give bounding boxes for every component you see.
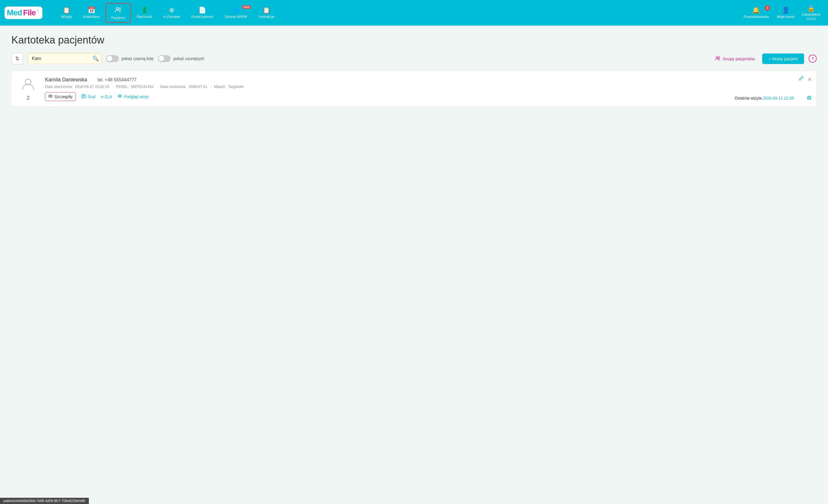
last-visit-date: 2024.09.11 12:45 xyxy=(763,96,794,100)
close-icon: ✕ xyxy=(807,76,812,83)
avatar-count: 2 xyxy=(27,95,30,101)
toolbar: ⇅ 🔍 pokaż czarną listę pokaż usuniętych xyxy=(11,53,817,64)
nav-label-instrukcje: Instrukcje xyxy=(258,14,275,19)
patient-name: Kamila Daniewska xyxy=(45,77,87,83)
punkt-pobran-icon: 📄 xyxy=(199,7,206,13)
nav-item-powiadomienia[interactable]: 1 🔔 Powiadomienia xyxy=(740,5,773,21)
nav-label-strona-www: Strona WWW xyxy=(225,14,247,19)
pesel-value: 98070131452 xyxy=(131,85,154,89)
city-label: Miasto: xyxy=(214,85,226,89)
toggle-black-list-label: pokaż czarną listę xyxy=(122,56,154,61)
new-badge: NEW xyxy=(242,5,251,9)
nav-item-zabezpiecz[interactable]: 🔒 Zabezpiecz 119:43 xyxy=(799,3,823,23)
details-eye-icon xyxy=(48,94,53,99)
nav-item-kalendarz[interactable]: 📅 Kalendarz xyxy=(77,4,106,21)
main-content: Kartoteka pacjentów ⇅ 🔍 pokaż czarną lis… xyxy=(0,26,828,115)
nav-item-rachunki[interactable]: 💲 Rachunki xyxy=(131,4,158,21)
e-zla-button[interactable]: e-ZLA xyxy=(101,94,112,99)
nav-items: 📋 Wizyty 📅 Kalendarz Pacjenci 💲 Rachunki xyxy=(55,3,740,23)
search-wrapper: 🔍 xyxy=(28,53,101,64)
svg-rect-12 xyxy=(808,98,810,99)
nav-item-instrukcje[interactable]: 📋 Instrukcje xyxy=(253,4,280,21)
scal-icon xyxy=(81,94,86,99)
birth-value: 1998-07-01 xyxy=(189,85,208,89)
new-patient-label: + Nowy pacjent xyxy=(769,56,798,61)
separator: · xyxy=(92,77,93,83)
city-value: Targówek xyxy=(228,85,244,89)
new-patient-button[interactable]: + Nowy pacjent xyxy=(762,53,804,64)
details-button-label: Szczegóły xyxy=(54,94,73,99)
toggle-black-list[interactable] xyxy=(106,55,119,62)
search-icon-button[interactable]: 🔍 xyxy=(92,55,99,62)
podglad-eye-icon xyxy=(118,94,122,99)
strona-www-icon: 🌐 xyxy=(232,7,240,13)
patient-info: Kamila Daniewska · tel. +48 555444777 Da… xyxy=(45,77,810,101)
kalendarz-icon: 📅 xyxy=(88,7,95,13)
nav-item-strona-www[interactable]: NEW 🌐 Strona WWW xyxy=(219,4,253,21)
nav-label-e-zdrowie: e-Zdrowie xyxy=(163,14,180,19)
nav-label-powiadomienia: Powiadomienia xyxy=(744,14,769,19)
question-icon: ? xyxy=(812,56,814,61)
secure-time: 119:43 xyxy=(806,17,816,20)
sort-button[interactable]: ⇅ xyxy=(11,53,23,64)
patient-avatar: 2 xyxy=(18,77,38,101)
meta-dot-1: · xyxy=(113,85,114,89)
patient-phone: tel. +48 555444777 xyxy=(98,77,137,83)
last-visit: Ostatnia wizyta 2024.09.11 12:45 xyxy=(735,96,794,100)
nav-label-rachunki: Rachunki xyxy=(137,14,152,19)
nav-label-pacjenci: Pacjenci xyxy=(111,16,125,20)
svg-point-13 xyxy=(808,98,809,98)
logo-reg: ® xyxy=(37,9,39,12)
scal-button[interactable]: Scal xyxy=(81,94,95,99)
e-zla-button-label: e-ZLA xyxy=(101,94,112,99)
groups-icon xyxy=(715,55,720,62)
pesel-label: PESEL: xyxy=(116,85,129,89)
toggle-removed[interactable] xyxy=(158,55,171,62)
svg-point-6 xyxy=(50,96,51,97)
account-icon: 👤 xyxy=(782,7,790,13)
details-button[interactable]: Szczegóły xyxy=(45,92,76,101)
patient-meta: Data utworzenia: 2018-06-27 15:02:15 · P… xyxy=(45,85,810,89)
nav-item-pacjenci[interactable]: Pacjenci xyxy=(106,3,131,23)
podglad-button-label: Podgląd wizyt xyxy=(124,94,148,99)
help-button[interactable]: ? xyxy=(809,55,817,62)
status-bar: patient/oid/6d9a04bb-7d06-4d59-9fc7-706e… xyxy=(0,498,89,504)
print-button[interactable] xyxy=(806,95,812,102)
sort-icon: ⇅ xyxy=(15,55,19,62)
logo[interactable]: MedFile® xyxy=(5,6,50,19)
created-label: Data utworzenia: xyxy=(45,85,73,89)
instrukcje-icon: 📋 xyxy=(262,7,270,13)
avatar-icon xyxy=(21,77,36,94)
created-value: 2018-06-27 15:02:15 xyxy=(75,85,109,89)
nav-item-e-zdrowie[interactable]: ⊕ e-Zdrowie xyxy=(158,4,185,21)
podglad-wizyt-button[interactable]: Podgląd wizyt xyxy=(118,94,148,99)
notification-badge: 1 xyxy=(765,5,770,10)
nav-item-moje-konto[interactable]: 👤 Moje konto xyxy=(773,5,799,21)
lock-icon: 🔒 xyxy=(807,5,815,12)
toggle-removed-group: pokaż usuniętych xyxy=(158,55,204,62)
edit-patient-button[interactable] xyxy=(798,76,804,83)
toggle-removed-label: pokaż usuniętych xyxy=(173,56,204,61)
search-input[interactable] xyxy=(28,53,101,64)
nav-label-moje-konto: Moje konto xyxy=(777,14,795,19)
nav-label-kalendarz: Kalendarz xyxy=(83,14,100,19)
nav-label-wizyty: Wizyty xyxy=(61,14,72,19)
nav-item-punkt-pobran[interactable]: 📄 Punkt pobrań xyxy=(185,4,219,21)
toggle-black-list-group: pokaż czarną listę xyxy=(106,55,154,62)
scal-button-label: Scal xyxy=(88,94,95,99)
svg-point-1 xyxy=(119,8,121,9)
search-icon: 🔍 xyxy=(92,56,99,61)
wizyty-icon: 📋 xyxy=(63,7,70,13)
status-url: patient/oid/6d9a04bb-7d06-4d59-9fc7-706e… xyxy=(3,499,85,503)
nav-label-punkt-pobran: Punkt pobrań xyxy=(191,14,213,19)
nav-right: 1 🔔 Powiadomienia 👤 Moje konto 🔒 Zabezpi… xyxy=(740,3,823,23)
svg-point-10 xyxy=(119,96,121,97)
nav-label-zabezpiecz: Zabezpiecz xyxy=(802,12,821,16)
nav-item-wizyty[interactable]: 📋 Wizyty xyxy=(55,4,77,21)
last-visit-label: Ostatnia wizyta xyxy=(735,96,762,100)
delete-patient-button[interactable]: ✕ xyxy=(807,76,812,83)
groups-button[interactable]: Grupy pacjentów xyxy=(712,53,758,64)
svg-rect-7 xyxy=(82,94,85,98)
logo-file-text: File xyxy=(23,8,36,17)
meta-dot-2: · xyxy=(157,85,158,89)
